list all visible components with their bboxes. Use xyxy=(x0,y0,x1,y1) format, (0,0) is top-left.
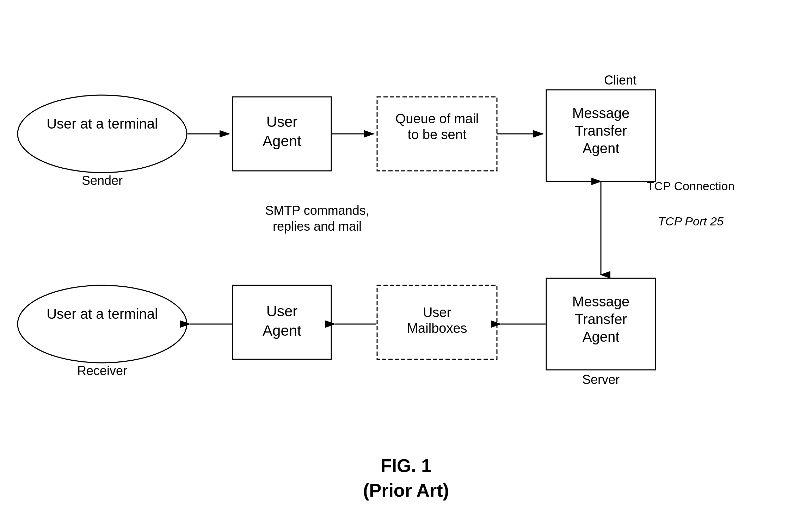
receiver-terminal-ellipse xyxy=(18,285,187,363)
diagram-container: User at a terminal Sender User Agent Que… xyxy=(0,28,812,416)
receiver-ua-text2: Agent xyxy=(263,322,301,339)
server-mta-text3: Agent xyxy=(583,329,620,344)
receiver-label: Receiver xyxy=(77,363,127,378)
mailboxes-text1: User xyxy=(423,305,451,320)
queue-text2: to be sent xyxy=(408,127,467,142)
smtp-label2: replies and mail xyxy=(273,219,362,234)
sender-ua-text1: User xyxy=(266,113,298,130)
figure-caption: FIG. 1 (Prior Art) xyxy=(0,455,812,501)
server-mta-text2: Transfer xyxy=(575,311,627,327)
tcp-port-label: TCP Port 25 xyxy=(658,215,724,228)
receiver-ua-text1: User xyxy=(266,303,298,319)
client-mta-text2: Transfer xyxy=(575,123,627,138)
client-mta-text1: Message xyxy=(572,105,629,121)
queue-text1: Queue of mail xyxy=(395,111,479,126)
client-label: Client xyxy=(604,73,636,87)
sender-terminal-text: User at a terminal xyxy=(47,116,158,131)
mailboxes-text2: Mailboxes xyxy=(407,321,467,336)
fig-title: FIG. 1 xyxy=(0,455,812,476)
tcp-connection-label: TCP Connection xyxy=(647,179,735,193)
receiver-terminal-text: User at a terminal xyxy=(47,306,158,322)
server-label: Server xyxy=(582,372,620,387)
server-mta-text1: Message xyxy=(572,294,629,309)
fig-subtitle: (Prior Art) xyxy=(0,480,812,501)
smtp-label1: SMTP commands, xyxy=(265,203,369,218)
sender-terminal-ellipse xyxy=(18,95,187,173)
sender-ua-text2: Agent xyxy=(263,133,301,149)
sender-label: Sender xyxy=(82,173,123,188)
client-mta-text3: Agent xyxy=(583,141,620,156)
